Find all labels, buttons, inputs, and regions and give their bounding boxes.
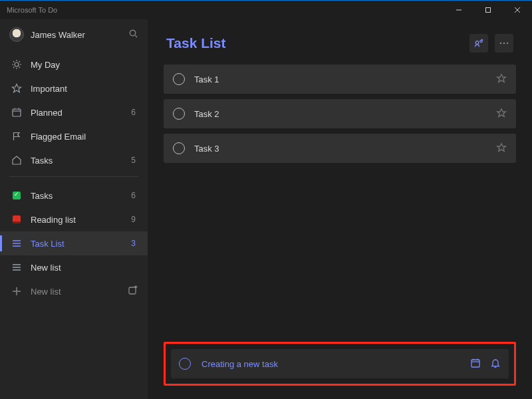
reminder-icon[interactable] [490,358,501,370]
svg-rect-29 [129,287,136,294]
titlebar: Microsoft To Do [0,1,532,19]
list-title[interactable]: Task List [166,35,469,51]
sidebar-item-count: 9 [131,215,137,224]
sidebar-item-flagged[interactable]: Flagged Email [0,124,148,148]
svg-point-6 [15,63,19,66]
avatar [9,27,24,42]
svg-point-4 [130,30,135,35]
more-button[interactable] [495,34,513,53]
header-actions [469,34,513,53]
app-title: Microsoft To Do [7,6,57,14]
sidebar-item-important[interactable]: Important [0,76,148,100]
svg-line-13 [19,61,21,63]
sidebar-item-label: New list [31,263,128,273]
sidebar-item-tasklist[interactable]: Task List 3 [0,231,148,255]
sidebar-item-myday[interactable]: My Day [0,53,148,76]
sidebar-item-planned[interactable]: Planned 6 [0,100,148,124]
svg-rect-16 [13,109,21,116]
window-controls [444,1,532,19]
sidebar-item-newlist[interactable]: New list [0,255,148,279]
sidebar-item-count: 6 [131,191,137,200]
add-task-bar[interactable] [171,349,509,378]
task-row[interactable]: Task 2 [164,99,516,128]
sidebar-item-tasks[interactable]: Tasks 5 [0,148,148,172]
minimize-button[interactable] [444,1,473,19]
profile-name: James Walker [31,30,122,40]
svg-point-35 [475,41,479,45]
sidebar-item-readinglist[interactable]: Reading list 9 [0,207,148,231]
sidebar-item-count: 3 [131,239,137,248]
sidebar-divider [9,176,138,177]
svg-rect-1 [486,8,491,13]
task-title: Task 1 [194,74,487,84]
complete-toggle[interactable] [173,73,185,85]
task-title: Task 3 [194,144,487,154]
svg-line-14 [13,67,15,68]
star-icon[interactable] [496,73,507,86]
list-icon [11,262,23,273]
new-group-icon[interactable] [128,285,138,298]
svg-line-5 [135,35,137,37]
main-panel: Task List [148,19,532,399]
svg-point-40 [503,43,505,44]
search-icon[interactable] [128,29,138,41]
new-list-label: New list [31,287,120,297]
sun-icon [11,59,23,70]
sidebar-item-label: Reading list [31,215,123,225]
sidebar-item-label: Important [31,84,128,94]
close-button[interactable] [503,1,532,19]
add-task-actions [470,358,501,370]
plus-icon [11,287,23,296]
svg-point-39 [500,43,501,44]
home-icon [11,155,23,166]
complete-toggle[interactable] [173,142,185,154]
sidebar-item-count: 5 [131,156,137,165]
task-list: Task 1 Task 2 Task 3 [148,65,532,163]
task-row[interactable]: Task 3 [164,134,516,163]
list-icon [11,238,23,249]
svg-marker-44 [497,143,506,151]
svg-point-41 [507,43,508,44]
share-button[interactable] [469,34,488,53]
task-title: Task 2 [194,109,487,119]
app-body: James Walker [0,19,532,399]
user-lists: Tasks 6 Reading list 9 Task List 3 [0,181,148,279]
sidebar-item-label: My Day [31,60,128,70]
svg-rect-45 [471,360,479,367]
due-date-icon[interactable] [470,358,481,370]
sidebar-item-label: Task List [31,239,123,249]
svg-marker-43 [497,108,506,116]
task-row[interactable]: Task 1 [164,65,516,94]
sidebar-item-label: Planned [31,108,123,118]
sidebar: James Walker [0,19,148,399]
add-task-input[interactable] [200,358,461,370]
sidebar-item-count: 6 [131,108,137,117]
add-task-circle-icon [179,358,191,370]
new-list-row[interactable]: New list [0,279,148,303]
profile-row[interactable]: James Walker [0,19,148,50]
check-square-icon [11,192,23,200]
flag-icon [11,131,23,142]
maximize-button[interactable] [473,1,503,19]
sidebar-item-label: Tasks [31,191,123,201]
color-square-icon [11,215,23,223]
add-task-highlight [164,342,516,386]
app-window: Microsoft To Do James Walker [0,0,532,399]
calendar-icon [11,107,23,118]
sidebar-item-usertasks[interactable]: Tasks 6 [0,184,148,207]
complete-toggle[interactable] [173,108,185,120]
sidebar-item-label: Tasks [31,156,123,166]
sidebar-item-label: Flagged Email [31,132,128,142]
star-icon[interactable] [496,142,507,155]
svg-line-12 [19,67,21,68]
smart-lists: My Day Important [0,50,148,172]
main-header: Task List [148,19,532,65]
star-icon[interactable] [496,108,507,120]
svg-line-11 [13,61,15,63]
svg-marker-42 [497,74,506,82]
star-icon [11,83,23,94]
svg-marker-15 [13,84,21,92]
